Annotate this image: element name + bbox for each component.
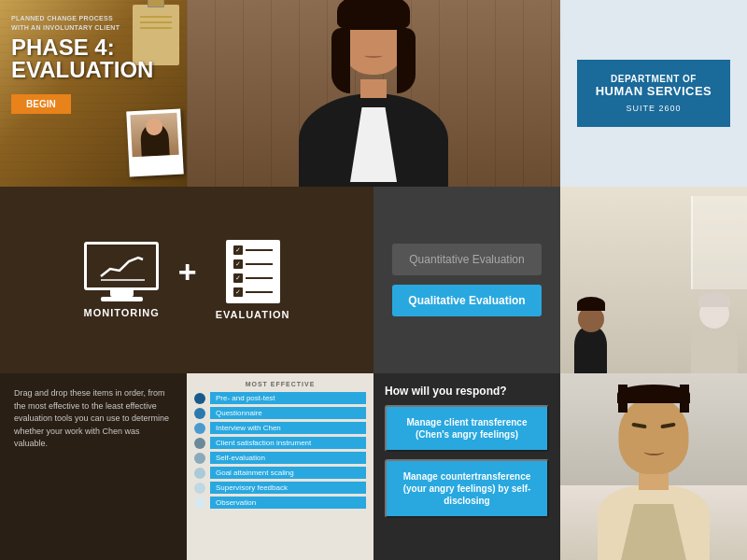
- dept-line2: HUMAN SERVICES: [596, 84, 712, 99]
- monitoring-label: MONITORING: [83, 307, 159, 318]
- phase-cell: PLANNED CHANGE PROCESS WITH AN INVOLUNTA…: [0, 0, 187, 187]
- list-dot: [194, 497, 205, 509]
- eval-tools-list: Pre- and post-test Questionnaire Intervi…: [194, 392, 366, 509]
- eval-list-cell: MOST EFFECTIVE Pre- and post-test Questi…: [187, 373, 374, 560]
- list-dot: [194, 483, 205, 494]
- monitor-eval-cell: MONITORING + ✓ ✓ ✓ ✓: [0, 187, 374, 373]
- drag-drop-cell: Drag and drop these items in order, from…: [0, 373, 187, 560]
- woman-photo-cell: [187, 0, 560, 187]
- respond-cell: How will you respond? Manage client tran…: [374, 373, 560, 560]
- phase-label: PHASE 4:: [11, 36, 176, 59]
- drag-drop-text: Drag and drop these items in order, from…: [14, 387, 173, 451]
- list-item[interactable]: Self-evaluation: [194, 452, 366, 464]
- list-dot: [194, 468, 205, 479]
- respond-title: How will you respond?: [385, 385, 549, 398]
- list-item-label: Interview with Chen: [210, 422, 366, 434]
- list-item[interactable]: Client satisfaction instrument: [194, 437, 366, 449]
- list-item[interactable]: Goal attainment scaling: [194, 467, 366, 479]
- list-item-label: Goal attainment scaling: [210, 467, 366, 479]
- manage-countertransference-button[interactable]: Manage countertransference (your angry f…: [385, 459, 549, 518]
- teen-photo-cell: [560, 373, 747, 560]
- manage-transference-button[interactable]: Manage client transference (Chen's angry…: [385, 405, 549, 452]
- dept-line1: DEPARTMENT OF: [596, 74, 712, 84]
- list-item[interactable]: Pre- and post-test: [194, 392, 366, 404]
- list-item-label: Self-evaluation: [210, 452, 366, 464]
- most-effective-label: MOST EFFECTIVE: [194, 381, 366, 387]
- counsel-photo-cell: [560, 187, 747, 373]
- list-item-label: Supervisory feedback: [210, 482, 366, 494]
- dept-cell: DEPARTMENT OF HUMAN SERVICES SUITE 2600: [560, 0, 747, 187]
- list-item[interactable]: Questionnaire: [194, 407, 366, 419]
- list-item[interactable]: Supervisory feedback: [194, 482, 366, 494]
- begin-button[interactable]: BEGIN: [11, 94, 71, 114]
- qualitative-eval-button[interactable]: Qualitative Evaluation: [392, 285, 542, 316]
- planned-text: PLANNED CHANGE PROCESS WITH AN INVOLUNTA…: [11, 14, 176, 33]
- list-dot: [194, 393, 205, 404]
- chart-icon: [96, 250, 148, 283]
- evaluation-label: EVALUATION: [216, 309, 290, 320]
- eval-type-cell: Quantitative Evaluation Qualitative Eval…: [374, 187, 560, 373]
- quantitative-eval-button[interactable]: Quantitative Evaluation: [392, 244, 542, 275]
- list-item-label: Observation: [210, 497, 366, 509]
- list-dot: [194, 408, 205, 419]
- list-dot: [194, 423, 205, 434]
- list-item-label: Pre- and post-test: [210, 392, 366, 404]
- list-item[interactable]: Observation: [194, 497, 366, 509]
- list-dot: [194, 438, 205, 449]
- eval-label: EVALUATION: [11, 59, 176, 81]
- dept-sign: DEPARTMENT OF HUMAN SERVICES SUITE 2600: [577, 60, 731, 128]
- list-item[interactable]: Interview with Chen: [194, 422, 366, 434]
- list-item-label: Questionnaire: [210, 407, 366, 419]
- plus-icon: +: [178, 256, 197, 287]
- list-item-label: Client satisfaction instrument: [210, 437, 366, 449]
- dept-line3: SUITE 2600: [596, 104, 712, 113]
- list-dot: [194, 453, 205, 464]
